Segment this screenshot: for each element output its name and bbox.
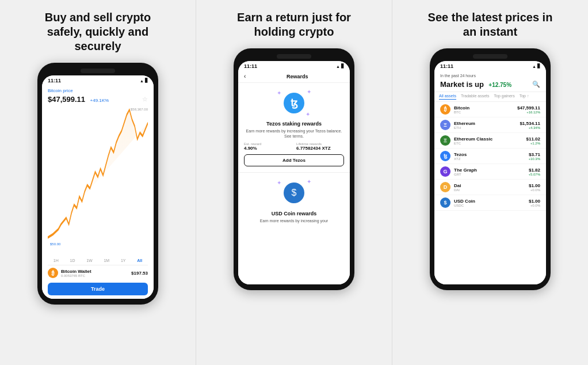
dai-info: Dai DAI — [454, 183, 529, 192]
signal-icons-3: ▲ ▊ — [532, 64, 540, 69]
dai-symbol: DAI — [454, 188, 529, 192]
asset-row-usdc[interactable]: $ USD Coin USDC $1.00 +0.0% — [434, 195, 546, 211]
usdc-card-desc: Earn more rewards by increasing your — [260, 218, 328, 223]
etc-symbol: ETC — [454, 142, 526, 145]
phone-notch-1 — [81, 69, 115, 73]
time-3: 11:11 — [440, 63, 453, 69]
usdc-info: USD Coin USDC — [454, 199, 529, 207]
asset-row-eth[interactable]: Ξ Ethereum ETH $1,534.11 +4.34% — [434, 117, 546, 133]
tab-all[interactable]: All — [135, 258, 144, 263]
status-bar-2: 11:11 ▲ ▊ — [238, 61, 350, 70]
grt-icon: G — [440, 166, 450, 177]
panel3-title: See the latest prices in an instant — [421, 10, 559, 39]
tab-1w[interactable]: 1W — [85, 258, 94, 263]
back-button[interactable]: ‹ — [244, 73, 246, 79]
trade-button[interactable]: Trade — [48, 283, 148, 295]
sparkle-usdc-tr: ✦ — [307, 178, 311, 185]
lifetime-val: 6.77582434 XTZ — [296, 146, 344, 151]
btc-label: Bitcoin price — [48, 88, 148, 93]
usdc-asset-change: +0.0% — [529, 204, 540, 207]
add-tezos-button[interactable]: Add Tezos — [244, 154, 344, 166]
btc-price-col: $47,599.11 +16.12% — [517, 105, 540, 114]
wallet-name: Bitcoin Wallet — [61, 269, 131, 274]
phone-notch-2 — [277, 54, 311, 59]
usdc-symbol: USDC — [454, 204, 529, 207]
sparkle-br: ✦ — [306, 111, 310, 117]
eth-symbol: ETH — [454, 126, 520, 130]
phone-3: 11:11 ▲ ▊ In the past 24 hours Market is… — [430, 48, 551, 290]
etc-asset-change: +1.2% — [526, 142, 540, 145]
xtz-icon: ꜩ — [440, 151, 450, 161]
tab-1m[interactable]: 1M — [102, 258, 111, 263]
time-tabs: 1H 1D 1W 1M 1Y All — [48, 258, 148, 263]
tezos-icon-area: ✦ ✦ ꜩ ✦ — [277, 89, 311, 117]
chart-area: $58,367.00 $50.00 — [48, 107, 148, 254]
chart-low: $50.00 — [50, 242, 60, 246]
tab-top-gainers[interactable]: Top gainers — [494, 94, 515, 100]
tab-1y[interactable]: 1Y — [119, 258, 128, 263]
asset-row-btc[interactable]: ₿ Bitcoin BTC $47,599.11 +16.12% — [434, 102, 546, 117]
btc-price-group: $47,599.11 +49.1K% — [48, 94, 109, 104]
price-chart — [48, 107, 148, 254]
grt-price-col: $1.82 +5.07% — [528, 168, 540, 176]
star-icon[interactable]: ☆ — [142, 96, 148, 103]
market-change: +12.75% — [488, 82, 511, 88]
screen1-content: Bitcoin price $47,599.11 +49.1K% ☆ $58,3… — [42, 85, 154, 299]
tezos-reward-card: ✦ ✦ ꜩ ✦ Tezos staking rewards Earn more … — [238, 83, 350, 173]
rewards-title: Rewards — [250, 74, 344, 79]
btc-icon: ₿ — [440, 104, 450, 115]
etc-info: Ethereum Classic ETC — [454, 136, 526, 145]
grt-info: The Graph GRT — [454, 168, 528, 176]
tab-1h[interactable]: 1H — [52, 258, 60, 263]
eth-name: Ethereum — [454, 121, 520, 126]
usdc-name: USD Coin — [454, 199, 529, 204]
tezos-card-title: Tezos staking rewards — [266, 121, 322, 127]
xtz-info: Tezos XTZ — [454, 152, 528, 161]
tezos-card-desc: Earn more rewards by increasing your Tez… — [244, 128, 344, 139]
tab-tradable[interactable]: Tradable assets — [461, 94, 490, 100]
asset-row-xtz[interactable]: ꜩ Tezos XTZ $3.71 +10.3% — [434, 149, 546, 164]
dai-name: Dai — [454, 183, 529, 188]
btc-wallet-icon: ₿ — [48, 268, 58, 278]
est-val: 4.90% — [244, 146, 292, 151]
signal-icon: ▊ — [145, 78, 148, 83]
wifi-icon-3: ▲ — [532, 64, 536, 69]
asset-row-etc[interactable]: Ξ Ethereum Classic ETC $11.02 +1.2% — [434, 133, 546, 149]
usdc-icon-area: ✦ ✦ $ — [277, 178, 311, 207]
tezos-stats: Est. reward 4.90% Lifetime rewards 6.775… — [244, 142, 344, 151]
btc-info: Bitcoin BTC — [454, 105, 517, 114]
grt-asset-price: $1.82 — [528, 168, 540, 173]
asset-row-dai[interactable]: D Dai DAI $1.00 +0.0% — [434, 180, 546, 195]
signal-icon-3: ▊ — [537, 64, 540, 69]
btc-change: +49.1K% — [90, 98, 109, 103]
etc-price-col: $11.02 +1.2% — [526, 136, 540, 145]
tab-top[interactable]: Top ↑ — [520, 94, 529, 100]
btc-asset-change: +16.12% — [517, 111, 540, 114]
etc-name: Ethereum Classic — [454, 136, 526, 142]
panel-market: See the latest prices in an instant 11:1… — [392, 0, 588, 365]
wifi-icon-2: ▲ — [336, 64, 340, 69]
xtz-asset-change: +10.3% — [528, 157, 540, 161]
asset-list: ₿ Bitcoin BTC $47,599.11 +16.12% Ξ — [434, 102, 546, 284]
signal-icons-2: ▲ ▊ — [336, 64, 344, 69]
tab-all-assets[interactable]: All assets — [439, 94, 456, 100]
wallet-info: Bitcoin Wallet 0.0053765 BTC — [61, 269, 131, 277]
eth-info: Ethereum ETH — [454, 121, 520, 130]
wallet-btc: 0.0053765 BTC — [61, 274, 131, 277]
phone-2: 11:11 ▲ ▊ ‹ Rewards ✦ ✦ ꜩ — [234, 48, 354, 290]
eth-asset-price: $1,534.11 — [520, 121, 540, 126]
search-icon[interactable]: 🔍 — [532, 81, 540, 88]
tab-1d[interactable]: 1D — [68, 258, 77, 263]
sparkle-tl: ✦ — [277, 90, 281, 96]
signal-icon-2: ▊ — [341, 64, 344, 69]
usdc-reward-card: ✦ ✦ $ USD Coin rewards Earn more rewards… — [238, 173, 350, 233]
market-title-row: Market is up +12.75% 🔍 — [440, 79, 540, 89]
tezos-coin-icon: ꜩ — [284, 93, 304, 113]
phone-1: 11:11 ▲ ▊ Bitcoin price $47,599.11 +49.1… — [37, 63, 158, 305]
asset-row-grt[interactable]: G The Graph GRT $1.82 +5.07% — [434, 164, 546, 180]
usdc-card-title: USD Coin rewards — [272, 211, 317, 216]
phone-notch-3 — [473, 54, 507, 59]
signal-icons-1: ▲ ▊ — [140, 78, 148, 83]
xtz-price-col: $3.71 +10.3% — [528, 152, 540, 161]
screen-2: 11:11 ▲ ▊ ‹ Rewards ✦ ✦ ꜩ — [238, 61, 350, 284]
